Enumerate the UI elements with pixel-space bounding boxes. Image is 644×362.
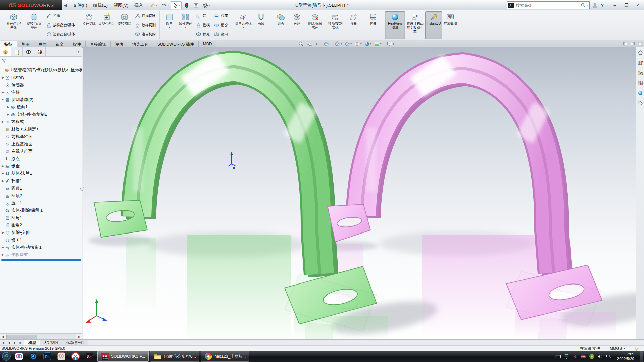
section-view-button[interactable] (322, 41, 330, 47)
scroll-right-arrow[interactable]: ▶ (77, 335, 82, 338)
view-orientation-button[interactable]: ▾ (333, 41, 343, 47)
tray-keyboard-icon[interactable] (555, 353, 561, 359)
tree-item-label[interactable]: 实体-移动/复制1 (17, 112, 47, 117)
panel-tab-displaymanager[interactable] (34, 47, 46, 56)
tree-item-14[interactable]: ▶扫描1 (0, 177, 82, 185)
expand-arrow[interactable]: ▶ (6, 105, 10, 109)
menu-item-3[interactable]: 插入 (131, 1, 146, 10)
ribbon-button-revolve[interactable]: 旋转凸台/基体 (24, 11, 44, 39)
settings-gear-tool[interactable]: ▾ (201, 1, 212, 9)
tree-item-19[interactable]: 圆角1 (0, 214, 82, 221)
command-search[interactable]: ▾ (507, 1, 590, 9)
start-button[interactable] (1, 351, 12, 362)
taskbar-image-viewer-icon[interactable] (55, 351, 68, 361)
tree-item-label[interactable]: 实体-删除/保留 1 (11, 208, 43, 213)
taskbar-app-rings-icon[interactable] (12, 351, 26, 361)
tree-item-16[interactable]: 圆顶2 (0, 192, 82, 199)
tree-item-22[interactable]: 镜向1 (0, 236, 82, 244)
pink-left-foot[interactable] (328, 204, 370, 242)
ribbon-button-mirror[interactable]: 镜向 (212, 30, 229, 39)
tree-item-11[interactable]: 原点 (0, 155, 82, 162)
tray-safety-plus-icon[interactable] (589, 353, 595, 359)
tray-sw-alert-icon[interactable]: SW! (581, 353, 587, 359)
tree-item-label[interactable]: 原点 (11, 156, 20, 162)
tree-item-13[interactable]: ▶基体-法兰1 (0, 170, 82, 177)
tree-item-label[interactable]: 圆顶2 (11, 193, 22, 199)
tree-item-12[interactable]: ▶钣金 (0, 162, 82, 170)
options-list-tool[interactable] (192, 1, 200, 9)
minimize-button[interactable]: – (610, 3, 619, 8)
command-tab-5[interactable]: 直接编辑 (86, 41, 111, 47)
dropdown-arrow-icon[interactable]: ▾ (393, 43, 394, 45)
dropdown-arrow-icon[interactable]: ▾ (169, 26, 170, 29)
ribbon-button-loftcut[interactable]: 放样切割 (133, 21, 157, 30)
selection-filter-tool[interactable] (182, 1, 191, 9)
ribbon-button-extrude[interactable]: 拉伸凸台/基体 (4, 11, 24, 39)
expand-arrow[interactable]: ▶ (1, 91, 5, 94)
sheet-nav-3[interactable]: ▶| (18, 340, 24, 346)
tray-graphics-tool-icon[interactable] (572, 353, 578, 359)
dropdown-arrow-icon[interactable]: ▾ (156, 4, 157, 7)
taskbar-window-1[interactable]: H:\微信公众号\0... (150, 351, 199, 362)
sheet-nav-1[interactable]: ◀ (6, 340, 12, 346)
collapse-menu-arrow[interactable]: ◀ (62, 3, 68, 8)
ribbon-button-sweepcut[interactable]: 扫描切除 (133, 12, 157, 21)
taskbar-app-lens-icon[interactable] (27, 351, 40, 361)
ribbon-button-movebody[interactable]: 移动/复制实体 (325, 11, 345, 39)
tree-item-label[interactable]: 方程式 (11, 119, 24, 125)
ribbon-button-rib[interactable]: 筋 (194, 12, 211, 21)
graphics-area[interactable] (83, 47, 644, 339)
ribbon-button-cut[interactable]: 拉伸切除 (81, 11, 97, 39)
panel-splitter-handle[interactable] (80, 187, 84, 191)
tree-item-4[interactable]: ▶镜向1 (0, 103, 82, 111)
ribbon-button-boundcut[interactable]: 边界切除 (133, 30, 157, 39)
expand-arrow[interactable]: ▶ (1, 253, 5, 256)
magnifier-icon[interactable] (581, 3, 586, 8)
tray-volume-icon[interactable] (597, 353, 603, 359)
ribbon-button-intersect[interactable]: 相交 (212, 21, 229, 30)
tree-item-21[interactable]: ▶切除-拉伸1 (0, 229, 82, 236)
scroll-left-arrow[interactable]: ◀ (0, 335, 5, 338)
tree-item-label[interactable]: 材质 <未指定> (11, 126, 39, 132)
custom-properties-button[interactable] (637, 100, 644, 106)
design-library-button[interactable] (637, 59, 644, 66)
tree-item-1[interactable]: 传感器 (0, 81, 82, 89)
ribbon-button-sweep[interactable]: 扫描 (45, 12, 77, 21)
expand-arrow[interactable]: ▶ (1, 164, 5, 168)
tree-item-20[interactable]: 圆角2 (0, 221, 82, 229)
tray-popup-window-icon[interactable] (564, 353, 570, 359)
dropdown-arrow-icon[interactable]: ▾ (167, 4, 169, 7)
tree-item-label[interactable]: 圆角1 (11, 215, 22, 221)
undo-tool[interactable]: ▾ (159, 1, 170, 9)
tree-item-label[interactable]: 注解 (11, 90, 20, 95)
tree-item-5[interactable]: ▶实体-移动/复制1 (0, 111, 82, 118)
tree-item-label[interactable]: 上视基准面 (11, 141, 33, 147)
tree-item-label[interactable]: History (11, 75, 24, 80)
expand-arrow[interactable]: ▶ (1, 231, 5, 234)
expand-arrow[interactable]: ▼ (1, 98, 5, 101)
tree-horizontal-scrollbar[interactable]: ◀ ▶ (0, 333, 82, 339)
green-left-foot[interactable] (94, 200, 147, 237)
tree-item-24[interactable]: ▶平板型式 (0, 251, 82, 258)
tree-item-label[interactable]: 扫描1 (11, 178, 22, 184)
tree-item-0[interactable]: ▶History (0, 74, 82, 81)
command-tab-4[interactable]: 焊件 (68, 41, 86, 47)
tree-item-label[interactable]: 镜向1 (11, 237, 22, 243)
dropdown-arrow-icon[interactable]: ▾ (243, 26, 244, 29)
hide-show-items-button[interactable]: ▾ (353, 41, 363, 47)
command-tab-9[interactable]: MBD (199, 41, 217, 47)
tree-item-17[interactable]: 压凹1 (0, 199, 82, 207)
tree-item-label[interactable]: 右视基准面 (11, 149, 33, 154)
tree-item-label[interactable]: U型管箍(骑马卡) (默认<<默认>_显示状 (11, 67, 82, 73)
ribbon-button-pattern[interactable]: 线性阵列▾ (178, 11, 194, 39)
expand-arrow[interactable]: ▶ (1, 120, 5, 123)
expand-arrow[interactable]: ▶ (1, 179, 5, 183)
ribbon-button-fillet[interactable]: 圆角▾ (161, 11, 178, 39)
taskbar-window-0[interactable]: SW2019SOLIDWORKS P... (97, 351, 149, 362)
command-tab-8[interactable]: SOLIDWORKS 插件 (153, 41, 199, 47)
restore-button[interactable]: ❐ (622, 3, 631, 8)
tree-item-9[interactable]: 上视基准面 (0, 140, 82, 148)
previous-view-button[interactable] (314, 41, 322, 47)
menu-item-2[interactable]: 视图(V) (111, 1, 131, 10)
file-explorer-button[interactable] (637, 69, 644, 76)
